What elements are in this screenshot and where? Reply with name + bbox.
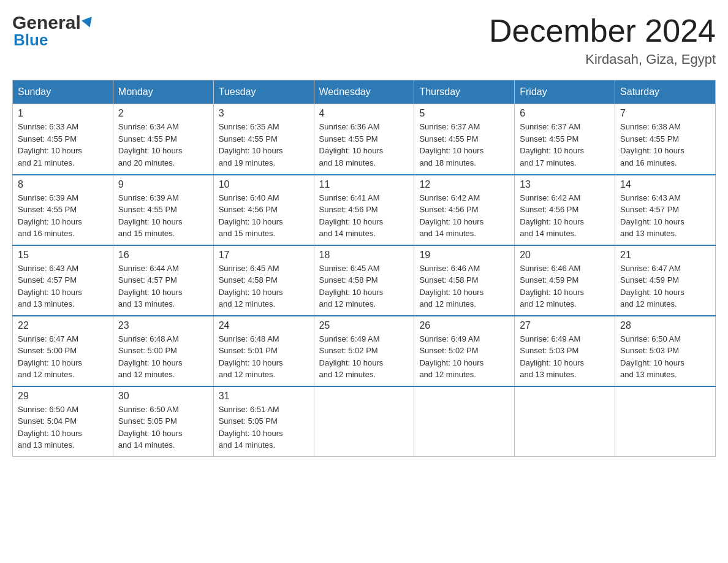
title-area: December 2024 Kirdasah, Giza, Egypt xyxy=(489,12,716,67)
day-info: Sunrise: 6:41 AM Sunset: 4:56 PM Dayligh… xyxy=(319,192,409,240)
table-row: 11 Sunrise: 6:41 AM Sunset: 4:56 PM Dayl… xyxy=(314,175,414,245)
table-row: 13 Sunrise: 6:42 AM Sunset: 4:56 PM Dayl… xyxy=(515,175,615,245)
day-info: Sunrise: 6:49 AM Sunset: 5:02 PM Dayligh… xyxy=(419,333,509,381)
day-number: 31 xyxy=(219,391,309,402)
day-number: 5 xyxy=(419,108,509,119)
day-number: 6 xyxy=(520,108,610,119)
logo: General Blue xyxy=(12,12,94,50)
day-number: 16 xyxy=(118,250,208,261)
day-info: Sunrise: 6:50 AM Sunset: 5:03 PM Dayligh… xyxy=(620,333,710,381)
table-row: 14 Sunrise: 6:43 AM Sunset: 4:57 PM Dayl… xyxy=(615,175,716,245)
calendar-week-row: 1 Sunrise: 6:33 AM Sunset: 4:55 PM Dayli… xyxy=(13,104,716,175)
table-row: 19 Sunrise: 6:46 AM Sunset: 4:58 PM Dayl… xyxy=(414,245,515,316)
day-info: Sunrise: 6:38 AM Sunset: 4:55 PM Dayligh… xyxy=(620,121,710,169)
table-row: 1 Sunrise: 6:33 AM Sunset: 4:55 PM Dayli… xyxy=(13,104,113,175)
table-row: 15 Sunrise: 6:43 AM Sunset: 4:57 PM Dayl… xyxy=(13,245,113,316)
table-row: 2 Sunrise: 6:34 AM Sunset: 4:55 PM Dayli… xyxy=(113,104,213,175)
day-number: 12 xyxy=(419,179,509,190)
day-number: 14 xyxy=(620,179,710,190)
day-info: Sunrise: 6:42 AM Sunset: 4:56 PM Dayligh… xyxy=(419,192,509,240)
day-number: 3 xyxy=(219,108,309,119)
table-row: 30 Sunrise: 6:50 AM Sunset: 5:05 PM Dayl… xyxy=(113,386,213,457)
day-info: Sunrise: 6:37 AM Sunset: 4:55 PM Dayligh… xyxy=(419,121,509,169)
table-row: 17 Sunrise: 6:45 AM Sunset: 4:58 PM Dayl… xyxy=(213,245,314,316)
table-row: 6 Sunrise: 6:37 AM Sunset: 4:55 PM Dayli… xyxy=(515,104,615,175)
day-info: Sunrise: 6:44 AM Sunset: 4:57 PM Dayligh… xyxy=(118,262,208,310)
day-info: Sunrise: 6:40 AM Sunset: 4:56 PM Dayligh… xyxy=(219,192,309,240)
logo-name1: General xyxy=(12,12,81,33)
day-number: 10 xyxy=(219,179,309,190)
day-number: 20 xyxy=(520,250,610,261)
day-number: 8 xyxy=(18,179,108,190)
table-row: 4 Sunrise: 6:36 AM Sunset: 4:55 PM Dayli… xyxy=(314,104,414,175)
page-header: General Blue December 2024 Kirdasah, Giz… xyxy=(12,12,716,67)
calendar-week-row: 22 Sunrise: 6:47 AM Sunset: 5:00 PM Dayl… xyxy=(13,316,716,386)
table-row: 16 Sunrise: 6:44 AM Sunset: 4:57 PM Dayl… xyxy=(113,245,213,316)
table-row: 3 Sunrise: 6:35 AM Sunset: 4:55 PM Dayli… xyxy=(213,104,314,175)
calendar-header-row: Sunday Monday Tuesday Wednesday Thursday… xyxy=(13,80,716,104)
day-number: 17 xyxy=(219,250,309,261)
calendar-week-row: 15 Sunrise: 6:43 AM Sunset: 4:57 PM Dayl… xyxy=(13,245,716,316)
logo-name2: Blue xyxy=(13,31,48,50)
day-info: Sunrise: 6:45 AM Sunset: 4:58 PM Dayligh… xyxy=(219,262,309,310)
month-title: December 2024 xyxy=(489,12,716,49)
logo-triangle-icon xyxy=(82,17,95,29)
table-row: 18 Sunrise: 6:45 AM Sunset: 4:58 PM Dayl… xyxy=(314,245,414,316)
day-info: Sunrise: 6:37 AM Sunset: 4:55 PM Dayligh… xyxy=(520,121,610,169)
header-wednesday: Wednesday xyxy=(314,80,414,104)
table-row: 25 Sunrise: 6:49 AM Sunset: 5:02 PM Dayl… xyxy=(314,316,414,386)
day-info: Sunrise: 6:43 AM Sunset: 4:57 PM Dayligh… xyxy=(18,262,108,310)
day-number: 1 xyxy=(18,108,108,119)
header-tuesday: Tuesday xyxy=(213,80,314,104)
header-thursday: Thursday xyxy=(414,80,515,104)
day-info: Sunrise: 6:49 AM Sunset: 5:02 PM Dayligh… xyxy=(319,333,409,381)
table-row: 22 Sunrise: 6:47 AM Sunset: 5:00 PM Dayl… xyxy=(13,316,113,386)
day-info: Sunrise: 6:50 AM Sunset: 5:04 PM Dayligh… xyxy=(18,404,108,451)
table-row xyxy=(515,386,615,457)
day-info: Sunrise: 6:39 AM Sunset: 4:55 PM Dayligh… xyxy=(118,192,208,240)
day-info: Sunrise: 6:35 AM Sunset: 4:55 PM Dayligh… xyxy=(219,121,309,169)
calendar-table: Sunday Monday Tuesday Wednesday Thursday… xyxy=(12,80,716,457)
day-number: 22 xyxy=(18,320,108,331)
day-info: Sunrise: 6:36 AM Sunset: 4:55 PM Dayligh… xyxy=(319,121,409,169)
header-sunday: Sunday xyxy=(13,80,113,104)
calendar-week-row: 8 Sunrise: 6:39 AM Sunset: 4:55 PM Dayli… xyxy=(13,175,716,245)
day-info: Sunrise: 6:46 AM Sunset: 4:59 PM Dayligh… xyxy=(520,262,610,310)
table-row: 26 Sunrise: 6:49 AM Sunset: 5:02 PM Dayl… xyxy=(414,316,515,386)
table-row: 23 Sunrise: 6:48 AM Sunset: 5:00 PM Dayl… xyxy=(113,316,213,386)
table-row xyxy=(414,386,515,457)
table-row: 7 Sunrise: 6:38 AM Sunset: 4:55 PM Dayli… xyxy=(615,104,716,175)
day-number: 28 xyxy=(620,320,710,331)
day-number: 21 xyxy=(620,250,710,261)
table-row: 10 Sunrise: 6:40 AM Sunset: 4:56 PM Dayl… xyxy=(213,175,314,245)
day-number: 27 xyxy=(520,320,610,331)
table-row: 31 Sunrise: 6:51 AM Sunset: 5:05 PM Dayl… xyxy=(213,386,314,457)
day-info: Sunrise: 6:43 AM Sunset: 4:57 PM Dayligh… xyxy=(620,192,710,240)
day-info: Sunrise: 6:47 AM Sunset: 4:59 PM Dayligh… xyxy=(620,262,710,310)
day-number: 9 xyxy=(118,179,208,190)
day-number: 25 xyxy=(319,320,409,331)
day-number: 7 xyxy=(620,108,710,119)
day-number: 2 xyxy=(118,108,208,119)
table-row: 12 Sunrise: 6:42 AM Sunset: 4:56 PM Dayl… xyxy=(414,175,515,245)
table-row xyxy=(615,386,716,457)
day-number: 4 xyxy=(319,108,409,119)
day-number: 30 xyxy=(118,391,208,402)
table-row: 28 Sunrise: 6:50 AM Sunset: 5:03 PM Dayl… xyxy=(615,316,716,386)
day-info: Sunrise: 6:49 AM Sunset: 5:03 PM Dayligh… xyxy=(520,333,610,381)
day-number: 11 xyxy=(319,179,409,190)
table-row: 9 Sunrise: 6:39 AM Sunset: 4:55 PM Dayli… xyxy=(113,175,213,245)
day-info: Sunrise: 6:45 AM Sunset: 4:58 PM Dayligh… xyxy=(319,262,409,310)
day-info: Sunrise: 6:48 AM Sunset: 5:01 PM Dayligh… xyxy=(219,333,309,381)
header-monday: Monday xyxy=(113,80,213,104)
header-friday: Friday xyxy=(515,80,615,104)
table-row: 27 Sunrise: 6:49 AM Sunset: 5:03 PM Dayl… xyxy=(515,316,615,386)
location: Kirdasah, Giza, Egypt xyxy=(489,52,716,67)
day-number: 13 xyxy=(520,179,610,190)
table-row: 21 Sunrise: 6:47 AM Sunset: 4:59 PM Dayl… xyxy=(615,245,716,316)
day-info: Sunrise: 6:39 AM Sunset: 4:55 PM Dayligh… xyxy=(18,192,108,240)
table-row xyxy=(314,386,414,457)
table-row: 24 Sunrise: 6:48 AM Sunset: 5:01 PM Dayl… xyxy=(213,316,314,386)
day-info: Sunrise: 6:33 AM Sunset: 4:55 PM Dayligh… xyxy=(18,121,108,169)
day-number: 18 xyxy=(319,250,409,261)
